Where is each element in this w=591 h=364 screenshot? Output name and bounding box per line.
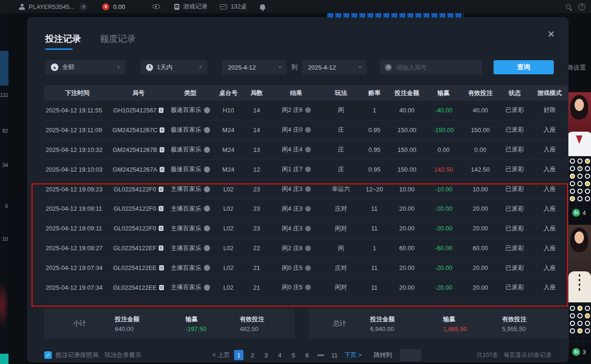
roadmap-dot xyxy=(577,313,583,318)
game-no-text: GL02254122F0 xyxy=(113,225,156,232)
player-name[interactable]: PLAYER53545... xyxy=(29,3,74,10)
next-page-button[interactable]: 下页 > xyxy=(344,351,362,359)
info-icon[interactable] xyxy=(204,127,210,133)
date-to-select[interactable]: 2025-4-12 ▼ xyxy=(302,60,367,74)
cell-status: 已派彩 xyxy=(498,185,531,193)
game-records-link[interactable]: 游戏记录 xyxy=(183,2,208,11)
modal-tabs: 投注记录 额度记录 xyxy=(45,33,136,50)
col-header: 结果 xyxy=(270,89,322,97)
cell-round-no: 13 xyxy=(243,146,270,153)
merge-checkbox-label[interactable]: 投注记录按照局、玩法合并展示 xyxy=(56,351,141,359)
col-header: 投注金额 xyxy=(389,89,425,97)
merge-checkbox[interactable]: ✓ xyxy=(44,351,52,359)
info-icon[interactable] xyxy=(204,285,210,291)
roadmap-dot xyxy=(585,189,590,194)
result-detail-icon[interactable] xyxy=(305,127,311,133)
info-icon[interactable] xyxy=(204,265,210,271)
result-detail-icon[interactable] xyxy=(305,107,311,113)
result-detail-icon[interactable] xyxy=(305,226,311,231)
cell-bet-time: 2025-04-12 19:08:27 xyxy=(44,245,110,252)
copy-icon[interactable] xyxy=(159,285,164,290)
page-button-6[interactable]: 6 xyxy=(302,350,312,360)
result-detail-icon[interactable] xyxy=(305,147,311,152)
roadmap-dot xyxy=(577,196,583,201)
date-from-select[interactable]: 2025-4-12 ▼ xyxy=(222,60,287,74)
help-icon[interactable]: ? xyxy=(578,3,585,10)
cell-valid-bet: 20.00 xyxy=(462,264,498,271)
game-no-input[interactable] xyxy=(395,63,480,71)
result-detail-icon[interactable] xyxy=(305,285,311,290)
cell-odds: 0.95 xyxy=(360,127,389,134)
cell-table-no: L02 xyxy=(214,245,243,252)
copy-icon[interactable] xyxy=(159,226,163,231)
info-icon[interactable] xyxy=(204,107,210,113)
close-icon[interactable]: × xyxy=(548,28,555,40)
copy-icon[interactable] xyxy=(159,206,163,211)
total-valid-value: 5,955.50 xyxy=(502,325,556,332)
query-button[interactable]: 查询 xyxy=(494,60,554,74)
cell-odds: 11 xyxy=(360,264,389,271)
cell-game-no: GL02254122EE xyxy=(110,284,167,291)
tables-count[interactable]: 132桌 xyxy=(231,2,247,11)
copy-icon[interactable] xyxy=(160,147,164,152)
result-detail-icon[interactable] xyxy=(305,206,311,212)
roadmap-grid[interactable]: 7 xyxy=(568,156,591,210)
copy-icon[interactable] xyxy=(160,127,164,133)
page-button-11[interactable]: 11 xyxy=(330,350,339,360)
info-icon[interactable] xyxy=(204,225,210,231)
prev-page-button[interactable]: < 上页 xyxy=(212,351,230,359)
roadmap-dot xyxy=(577,321,583,326)
copy-icon[interactable] xyxy=(160,167,164,172)
left-rail-footer-tile[interactable] xyxy=(0,354,8,364)
tab-bet-records[interactable]: 投注记录 xyxy=(45,33,81,50)
result-detail-icon[interactable] xyxy=(305,166,311,172)
col-header: 有效投注 xyxy=(462,89,498,97)
dealer-video-thumb[interactable] xyxy=(568,92,591,156)
eye-icon[interactable] xyxy=(153,4,160,9)
info-icon[interactable] xyxy=(204,166,210,173)
info-icon[interactable] xyxy=(204,147,210,153)
cell-game-no: GM242541267B xyxy=(110,146,167,153)
page-button-5[interactable]: 5 xyxy=(289,350,298,360)
result-detail-icon[interactable] xyxy=(305,265,311,271)
result-detail-icon[interactable] xyxy=(305,245,311,251)
roadmap-grid[interactable] xyxy=(568,303,591,346)
copy-icon[interactable] xyxy=(159,245,163,251)
tie-icon: 和 xyxy=(572,348,580,356)
cell-win-loss: -20.00 xyxy=(425,284,462,291)
result-detail-icon[interactable] xyxy=(305,186,311,192)
copy-icon[interactable] xyxy=(159,265,164,270)
info-icon[interactable] xyxy=(204,186,210,192)
player-chevron-icon[interactable]: ▾ xyxy=(80,3,87,10)
cell-result: 闲4 庄3 xyxy=(270,224,322,233)
page-button-2[interactable]: 2 xyxy=(248,350,257,360)
lobby-count: 132 xyxy=(0,92,8,98)
category-select[interactable]: ♠ 全部 ▼ xyxy=(45,60,125,74)
cell-win-loss: -20.00 xyxy=(425,264,462,271)
page-list: 123456•••11 xyxy=(234,350,339,360)
bell-icon[interactable] xyxy=(260,4,265,9)
left-rail-active-item[interactable] xyxy=(0,51,8,86)
info-icon[interactable] xyxy=(204,206,210,212)
jump-page-input[interactable] xyxy=(400,349,421,361)
page-button-•••[interactable]: ••• xyxy=(316,350,325,360)
tab-quota-records[interactable]: 额度记录 xyxy=(100,33,136,45)
subtotal-amount-label: 投注金额 xyxy=(115,315,186,324)
copy-icon[interactable] xyxy=(159,187,163,192)
game-no-search[interactable]: 局 xyxy=(380,60,482,74)
cell-game-mode: 入座 xyxy=(531,185,568,193)
dealer-video-thumb[interactable] xyxy=(568,225,591,302)
cell-bet-amount: 60.00 xyxy=(389,245,425,252)
subtotal-valid-value: 482.50 xyxy=(240,325,291,332)
copy-icon[interactable] xyxy=(159,108,163,113)
page-button-1[interactable]: 1 xyxy=(234,350,243,360)
page-button-3[interactable]: 3 xyxy=(261,350,271,360)
page-button-4[interactable]: 4 xyxy=(275,350,284,360)
cell-result: 闲1 庄7 xyxy=(270,165,322,174)
chevron-down-icon: ▼ xyxy=(278,65,282,70)
search-icon[interactable] xyxy=(566,4,571,9)
cell-win-loss: -60.00 xyxy=(425,245,462,252)
game-type-text: 极速百家乐 xyxy=(171,106,202,114)
period-select[interactable]: 1天内 ▼ xyxy=(140,60,207,74)
info-icon[interactable] xyxy=(204,245,210,251)
